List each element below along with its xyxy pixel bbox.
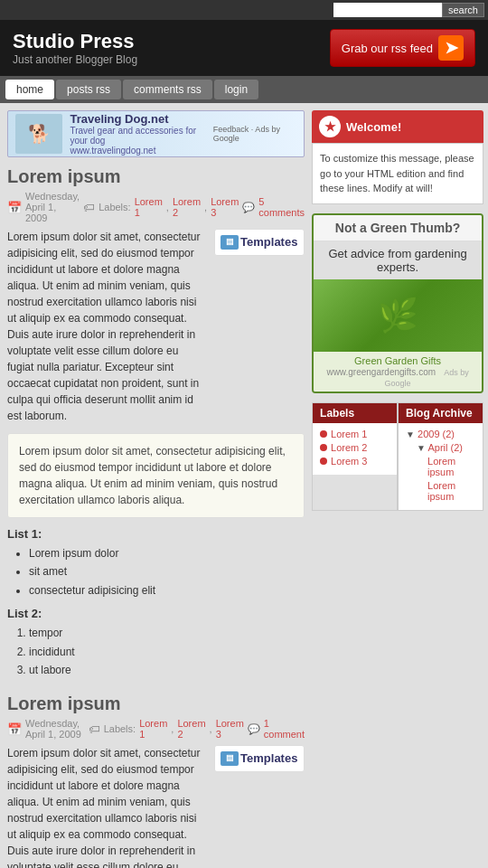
rss-icon: ➤ <box>438 35 464 61</box>
nav-home[interactable]: home <box>5 80 54 99</box>
templates-icon-1: ▤ <box>221 235 239 250</box>
post-2-label-1[interactable]: Lorem 1 <box>139 718 167 740</box>
site-title: Studio Press <box>13 30 137 53</box>
labels-header: Labels <box>313 403 397 423</box>
archive-entry-1[interactable]: Lorem ipsum <box>427 456 475 477</box>
garden-ad[interactable]: Not a Green Thumb? Get advice from garde… <box>312 213 483 393</box>
post-1-list1-label: List 1: <box>7 527 305 541</box>
banner-right: Feedback · Ads by Google <box>213 125 296 143</box>
navigation: home posts rss comments rss login <box>0 76 488 103</box>
rss-button[interactable]: Grab our rss feed ➤ <box>330 29 475 67</box>
list-item: ut labore <box>29 661 305 679</box>
calendar-icon: 📅 <box>7 201 22 214</box>
nav-comments-rss[interactable]: comments rss <box>123 80 212 99</box>
banner-text: Traveling Dog.net Travel gear and access… <box>70 112 212 156</box>
sidebar: ★ Welcome! To customize this message, pl… <box>312 110 483 868</box>
post-1-label-3[interactable]: Lorem 3 <box>211 196 239 218</box>
search-input[interactable] <box>333 3 442 17</box>
post-2: Lorem ipsum 📅 Wednesday, April 1, 2009 🏷… <box>7 693 305 868</box>
post-1-quote: Lorem ipsum dolor sit amet, consectetur … <box>7 433 305 518</box>
post-1: Lorem ipsum 📅 Wednesday, April 1, 2009 🏷… <box>7 166 305 679</box>
search-button[interactable]: search <box>442 3 484 17</box>
post-1-body-text: Lorem ipsum dolor sit amet, consectetur … <box>7 231 200 422</box>
post-1-label-2[interactable]: Lorem 2 <box>173 196 201 218</box>
templates-name-2: Templates <box>240 750 297 768</box>
label-dot <box>320 444 327 451</box>
list-item: sit amet <box>29 562 305 580</box>
archive-month-wrap: ▼ April (2) Lorem ipsum Lorem ipsum <box>417 442 475 502</box>
post-1-text: Lorem ipsum dolor sit amet, consectetur … <box>7 229 207 424</box>
sidebar-welcome-body: To customize this message, please go to … <box>312 143 483 204</box>
post-2-date: Wednesday, April 1, 2009 <box>25 718 85 740</box>
templates-name-1: Templates <box>240 233 297 251</box>
labels-col: Labels Lorem 1 Lorem 2 Lorem 3 <box>312 402 398 511</box>
post-1-comments[interactable]: 5 comments <box>258 196 305 218</box>
header-left: Studio Press Just another Blogger Blog <box>13 30 137 66</box>
garden-ad-brand: Green Garden Gifts www.greengardengifts.… <box>314 352 482 392</box>
sidebar-two-col: Labels Lorem 1 Lorem 2 Lorem 3 <box>312 402 483 511</box>
post-1-list2: tempor incididunt ut labore <box>29 624 305 679</box>
main-content: 🐕 Traveling Dog.net Travel gear and acce… <box>7 110 312 868</box>
post-1-date: Wednesday, April 1, 2009 <box>25 191 80 223</box>
comment-icon-2: 💬 <box>248 723 260 735</box>
post-2-body: Lorem ipsum dolor sit amet, consectetur … <box>7 745 305 868</box>
post-2-labels-prefix: Labels: <box>104 723 136 734</box>
nav-login[interactable]: login <box>214 80 258 99</box>
site-tagline: Just another Blogger Blog <box>13 53 137 66</box>
sidebar-welcome-title: Welcome! <box>346 120 401 134</box>
banner-dog-icon: 🐕 <box>15 114 62 154</box>
top-bar: search <box>0 0 488 20</box>
post-1-list2-label: List 2: <box>7 607 305 620</box>
archive-col: Blog Archive ▼ 2009 (2) ▼ April (2) <box>398 402 483 511</box>
post-2-body-text: Lorem ipsum dolor sit amet, consectetur … <box>7 747 200 868</box>
post-2-thumb: ▤ Templates <box>214 745 305 772</box>
post-2-title: Lorem ipsum <box>7 693 305 714</box>
label-item-1: Lorem 1 <box>320 429 389 439</box>
calendar-icon-2: 📅 <box>7 722 22 736</box>
garden-link: www.greengardengifts.com <box>326 367 436 377</box>
archive-entry-2[interactable]: Lorem ipsum <box>427 480 475 502</box>
sidebar-welcome-header: ★ Welcome! <box>312 110 483 143</box>
label-item-2: Lorem 2 <box>320 442 389 453</box>
list-item: incididunt <box>29 643 305 661</box>
label-dot <box>320 430 327 438</box>
post-1-labels-prefix: Labels: <box>99 202 130 212</box>
plant-icon: 🌿 <box>378 297 418 335</box>
content-wrap: 🐕 Traveling Dog.net Travel gear and acce… <box>0 103 488 868</box>
triangle-icon-month: ▼ <box>417 443 426 453</box>
templates-icon-2: ▤ <box>221 751 239 766</box>
list-item: Lorem ipsum dolor <box>29 544 305 562</box>
nav-posts-rss[interactable]: posts rss <box>56 80 121 99</box>
garden-ad-question: Get advice from gardening experts. <box>314 241 482 279</box>
archive-month: ▼ April (2) <box>417 442 475 453</box>
post-1-list1: Lorem ipsum dolor sit amet consectetur a… <box>29 544 305 599</box>
labels-body: Lorem 1 Lorem 2 Lorem 3 <box>313 423 397 475</box>
garden-ad-title: Not a Green Thumb? <box>314 215 482 241</box>
templates-badge-1: ▤ Templates <box>214 229 305 256</box>
post-1-body: Lorem ipsum dolor sit amet, consectetur … <box>7 229 305 424</box>
templates-badge-2: ▤ Templates <box>214 745 305 772</box>
post-1-title: Lorem ipsum <box>7 166 305 187</box>
label-dot <box>320 458 327 465</box>
archive-header: Blog Archive <box>399 403 483 423</box>
banner-title: Traveling Dog.net <box>70 112 212 126</box>
list-item: tempor <box>29 624 305 642</box>
banner-link: www.travelingdog.net <box>70 146 212 156</box>
templates-logo-1: ▤ Templates <box>221 233 298 251</box>
banner-subtitle: Travel gear and accessories for your dog <box>70 126 212 146</box>
post-1-thumb: ▤ Templates <box>214 229 305 256</box>
header: Studio Press Just another Blogger Blog G… <box>0 20 488 76</box>
post-1-label-1[interactable]: Lorem 1 <box>135 196 163 218</box>
post-2-label-3[interactable]: Lorem 3 <box>216 718 244 740</box>
banner: 🐕 Traveling Dog.net Travel gear and acce… <box>7 110 305 157</box>
comment-icon: 💬 <box>242 202 255 213</box>
welcome-icon: ★ <box>319 116 341 137</box>
post-2-label-2[interactable]: Lorem 2 <box>177 718 205 740</box>
post-1-meta: 📅 Wednesday, April 1, 2009 🏷 Labels: Lor… <box>7 191 305 223</box>
list-item: consectetur adipisicing elit <box>29 581 305 599</box>
label-icon-2: 🏷 <box>89 722 100 736</box>
post-2-comments[interactable]: 1 comment <box>264 718 305 740</box>
archive-body: ▼ 2009 (2) ▼ April (2) Lorem ipsum <box>399 423 483 510</box>
label-item-3: Lorem 3 <box>320 456 389 467</box>
garden-ad-image: 🌿 <box>314 279 482 352</box>
